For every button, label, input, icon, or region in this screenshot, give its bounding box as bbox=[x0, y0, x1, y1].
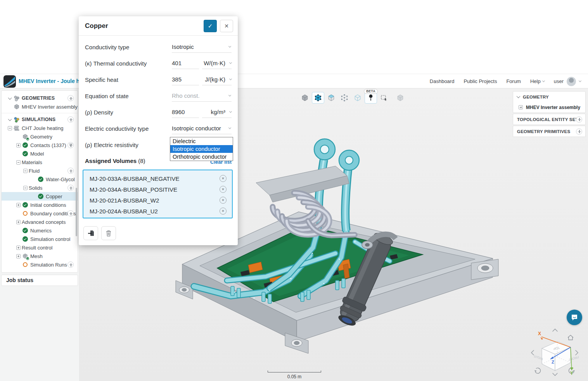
add-solid-material-button[interactable] bbox=[67, 185, 74, 191]
electric-conductivity-type-select[interactable]: Isotropic conductor bbox=[172, 123, 232, 134]
filter-button[interactable] bbox=[67, 142, 74, 148]
collapse-toggle[interactable] bbox=[8, 126, 12, 130]
rotate-right-chevron[interactable] bbox=[576, 350, 578, 355]
tree-item-simulation-control[interactable]: Simulation control bbox=[2, 235, 78, 243]
add-fluid-material-button[interactable] bbox=[67, 168, 74, 174]
tree-item-simulations[interactable]: SIMULATIONS bbox=[2, 115, 78, 124]
dropdown-option-isotropic-conductor[interactable]: Isotropic conductor bbox=[170, 145, 233, 153]
expand-toggle[interactable] bbox=[16, 254, 21, 258]
tree-item-initial-conditions[interactable]: Initial conditions bbox=[2, 201, 78, 209]
tree-item-cht-joule-heating[interactable]: CHT Joule heating bbox=[2, 124, 78, 132]
home-view-icon[interactable] bbox=[568, 335, 573, 340]
geometry-primitives-header[interactable]: GEOMETRY PRIMITIVES bbox=[513, 126, 585, 137]
select-volume-button[interactable] bbox=[312, 92, 324, 104]
nav-help-menu[interactable]: Help bbox=[530, 78, 545, 84]
nav-forum-link[interactable]: Forum bbox=[506, 78, 521, 84]
tree-item-solids[interactable]: Solids bbox=[2, 184, 78, 192]
tree-item-copper[interactable]: Copper bbox=[2, 192, 78, 201]
add-primitive-button[interactable] bbox=[576, 128, 582, 135]
topological-entity-sets-header[interactable]: TOPOLOGICAL ENTITY SETS bbox=[513, 114, 585, 125]
tree-item-water-glycol[interactable]: Water-Glycol bbox=[2, 175, 78, 184]
specific-heat-unit-select[interactable]: J/(kg·K) bbox=[202, 74, 232, 85]
cube-face-right-label[interactable]: RIGHT bbox=[534, 354, 543, 361]
solid-view-button[interactable] bbox=[299, 92, 311, 104]
thermal-conductivity-input[interactable]: 401 bbox=[172, 57, 199, 69]
tree-item-geometry[interactable]: Geometry bbox=[2, 132, 78, 141]
thermal-conductivity-unit-select[interactable]: W/(m·K) bbox=[202, 57, 232, 69]
tree-item-contacts[interactable]: Contacts (1337) bbox=[2, 141, 78, 149]
tree-item-advanced-concepts[interactable]: Advanced concepts bbox=[2, 218, 78, 226]
expand-toggle[interactable] bbox=[16, 143, 21, 147]
rotate-up-chevron[interactable] bbox=[553, 329, 557, 331]
tree-item-materials[interactable]: Materials bbox=[2, 158, 78, 166]
dropdown-option-dielectric[interactable]: Dielectric bbox=[170, 137, 233, 145]
equation-of-state-select[interactable]: Rho const. bbox=[172, 90, 232, 102]
box-select-button[interactable] bbox=[378, 92, 390, 104]
expand-toggle[interactable] bbox=[16, 246, 21, 250]
job-status-panel[interactable]: Job status bbox=[1, 275, 78, 286]
apply-button[interactable]: ✓ bbox=[204, 20, 217, 32]
tree-item-mhev-inverter-assembly[interactable]: MHEV Inverter assembly bbox=[2, 102, 78, 111]
collapse-toggle[interactable] bbox=[23, 186, 28, 190]
tree-item-model[interactable]: Model bbox=[2, 149, 78, 158]
tree-item-result-control[interactable]: Result control bbox=[2, 243, 78, 252]
beta-badge: BETA bbox=[364, 89, 378, 94]
density-input[interactable]: 8960 bbox=[172, 106, 199, 118]
expand-toggle[interactable] bbox=[16, 220, 21, 224]
rotate-down-chevron[interactable] bbox=[553, 373, 557, 376]
tree-item-simulation-runs[interactable]: Simulation Runs bbox=[2, 260, 78, 269]
select-face-button[interactable] bbox=[325, 92, 337, 104]
expand-toggle[interactable] bbox=[519, 105, 523, 109]
app-logo-icon[interactable] bbox=[3, 75, 16, 88]
rotate-ccw-icon[interactable] bbox=[534, 368, 540, 373]
tree-item-numerics[interactable]: Numerics bbox=[2, 226, 78, 235]
specific-heat-row: Specific heat 385 J/(kg·K) bbox=[79, 71, 238, 88]
collapse-toggle[interactable] bbox=[23, 169, 28, 173]
start-simulation-run-button[interactable] bbox=[67, 262, 74, 268]
select-vertex-button[interactable] bbox=[338, 92, 351, 104]
tree-scrollbar[interactable] bbox=[76, 188, 77, 236]
probe-point-button[interactable]: BETA bbox=[365, 92, 377, 104]
nav-dashboard-link[interactable]: Dashboard bbox=[430, 78, 455, 84]
support-chat-button[interactable] bbox=[567, 310, 582, 325]
conductivity-type-select[interactable]: Isotropic bbox=[172, 41, 232, 53]
add-entity-set-button[interactable] bbox=[576, 116, 582, 123]
import-assignment-button[interactable] bbox=[83, 226, 98, 240]
mesh-icon bbox=[22, 253, 28, 259]
tree-item-mesh[interactable]: Mesh bbox=[2, 252, 78, 260]
user-menu[interactable]: user bbox=[554, 77, 581, 86]
delete-button[interactable] bbox=[101, 226, 116, 240]
expand-toggle[interactable] bbox=[16, 203, 21, 207]
orientation-cube[interactable]: TOP RIGHT FRONT X Y Z bbox=[529, 327, 580, 378]
wireframe-view-button[interactable] bbox=[351, 92, 364, 104]
volume-list-item[interactable]: MJ-20-033A-BUSBAR_NEGATIVE ✕ bbox=[90, 173, 232, 184]
remove-volume-button[interactable]: ✕ bbox=[220, 175, 227, 182]
chevron-down-icon[interactable] bbox=[8, 96, 12, 100]
volume-list-item[interactable]: MJ-20-034A-BUSBAR_POSITIVE ✕ bbox=[90, 184, 232, 195]
nav-public-projects-link[interactable]: Public Projects bbox=[463, 78, 497, 84]
isolate-view-button[interactable] bbox=[394, 92, 406, 104]
rotate-left-chevron[interactable] bbox=[531, 350, 534, 355]
remove-volume-button[interactable]: ✕ bbox=[220, 186, 227, 193]
chevron-down-icon[interactable] bbox=[8, 117, 12, 121]
assembly-tree-item[interactable]: MHEV Inverter assembly bbox=[513, 102, 585, 113]
remove-volume-button[interactable]: ✕ bbox=[220, 197, 227, 204]
geometry-section-header[interactable]: GEOMETRY bbox=[513, 92, 585, 102]
equation-of-state-row: Equation of state Rho const. bbox=[79, 88, 238, 104]
remove-volume-button[interactable]: ✕ bbox=[220, 208, 227, 215]
tree-item-geometries[interactable]: GEOMETRIES bbox=[2, 94, 78, 102]
tree-item-fluid[interactable]: Fluid bbox=[2, 166, 78, 175]
assigned-volumes-list[interactable]: MJ-20-033A-BUSBAR_NEGATIVE ✕ MJ-20-034A-… bbox=[83, 170, 233, 218]
close-button[interactable]: ✕ bbox=[220, 20, 233, 32]
add-boundary-condition-button[interactable] bbox=[67, 210, 74, 216]
add-geometry-button[interactable] bbox=[67, 95, 74, 101]
specific-heat-input[interactable]: 385 bbox=[172, 74, 199, 85]
collapse-toggle[interactable] bbox=[16, 160, 21, 165]
tree-item-boundary-conditions[interactable]: Boundary conditions bbox=[2, 209, 78, 218]
density-unit-select[interactable]: kg/m³ bbox=[202, 106, 232, 118]
check-icon bbox=[22, 142, 28, 148]
dropdown-option-orthotropic-conductor[interactable]: Orthotropic conductor bbox=[170, 153, 233, 161]
volume-list-item[interactable]: MJ-20-024A-BUSBAR_U2 ✕ bbox=[90, 206, 232, 216]
volume-list-item[interactable]: MJ-20-021A-BUSBAR_W2 ✕ bbox=[90, 195, 232, 206]
add-simulation-button[interactable] bbox=[67, 116, 74, 123]
